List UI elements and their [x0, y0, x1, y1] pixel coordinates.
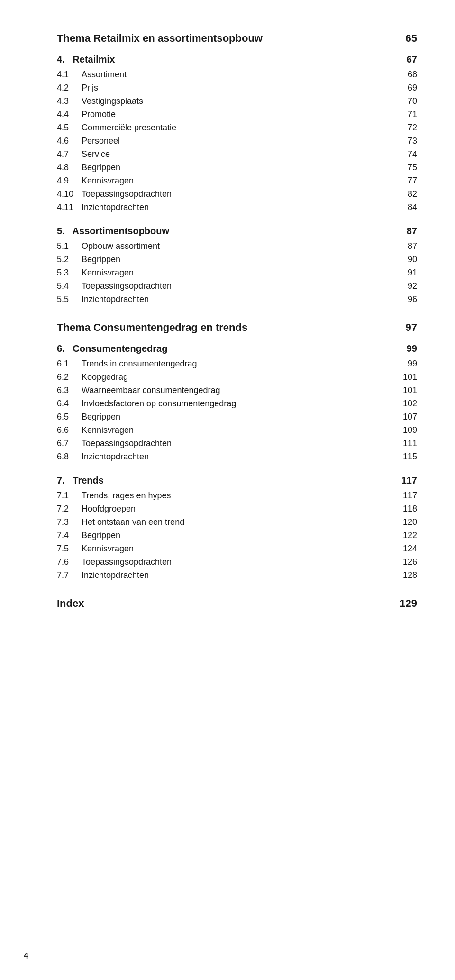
- entry-6-1-text: Trends in consumentengedrag: [82, 359, 197, 369]
- entry-4-1-text: Assortiment: [82, 70, 127, 80]
- entry-6-6-page: 109: [393, 425, 417, 435]
- entry-7-3: 7.3 Het ontstaan van een trend 120: [57, 517, 417, 527]
- section-header-consumentengedrag-page: 97: [393, 321, 417, 334]
- entry-6-7-page: 111: [393, 439, 417, 449]
- entry-7-6: 7.6 Toepassingsopdrachten 126: [57, 557, 417, 567]
- entry-4-8-number: 4.8: [57, 163, 74, 173]
- entry-4-11: 4.11 Inzichtopdrachten 84: [57, 202, 417, 212]
- entry-6-4-page: 102: [393, 399, 417, 409]
- entry-4-3-text: Vestigingsplaats: [82, 96, 143, 106]
- entry-6-1-number: 6.1: [57, 359, 74, 369]
- entry-6-8-page: 115: [393, 452, 417, 462]
- entry-7-5: 7.5 Kennisvragen 124: [57, 544, 417, 554]
- entry-6-5: 6.5 Begrippen 107: [57, 412, 417, 422]
- entry-6-6-number: 6.6: [57, 425, 74, 435]
- chapter-7-title: 7. Trends: [57, 475, 104, 486]
- entry-4-9-number: 4.9: [57, 176, 74, 186]
- entry-5-1-number: 5.1: [57, 241, 74, 251]
- entry-5-4-page: 92: [393, 281, 417, 291]
- entry-7-6-page: 126: [393, 557, 417, 567]
- entry-7-7-number: 7.7: [57, 570, 74, 580]
- entry-4-5-number: 4.5: [57, 123, 74, 133]
- entry-4-11-number: 4.11: [57, 202, 74, 212]
- entry-5-4-text: Toepassingsopdrachten: [82, 281, 172, 291]
- section-header-retailmix-title: Thema Retailmix en assortimentsopbouw: [57, 32, 263, 45]
- section-header-retailmix: Thema Retailmix en assortimentsopbouw 65: [57, 32, 417, 45]
- entry-6-6: 6.6 Kennisvragen 109: [57, 425, 417, 435]
- entry-5-5-number: 5.5: [57, 294, 74, 304]
- entry-7-5-number: 7.5: [57, 544, 74, 554]
- entry-7-1-page: 117: [393, 491, 417, 501]
- entry-7-1: 7.1 Trends, rages en hypes 117: [57, 491, 417, 501]
- entry-7-6-text: Toepassingsopdrachten: [82, 557, 172, 567]
- entry-4-11-page: 84: [393, 202, 417, 212]
- index-header: Index 129: [57, 597, 417, 610]
- chapter-7-page: 117: [393, 475, 417, 486]
- entry-4-11-text: Inzichtopdrachten: [82, 202, 149, 212]
- entry-5-1-page: 87: [393, 241, 417, 251]
- entry-6-4-number: 6.4: [57, 399, 74, 409]
- entry-5-2: 5.2 Begrippen 90: [57, 255, 417, 265]
- entry-6-1-page: 99: [393, 359, 417, 369]
- chapter-5-header: 5. Assortimentsopbouw 87: [57, 226, 417, 237]
- entry-4-7-number: 4.7: [57, 149, 74, 159]
- chapter-6-page: 99: [393, 343, 417, 354]
- entry-4-2-text: Prijs: [82, 83, 98, 93]
- entry-5-5: 5.5 Inzichtopdrachten 96: [57, 294, 417, 304]
- entry-7-4-number: 7.4: [57, 531, 74, 540]
- entry-6-3-page: 101: [393, 385, 417, 395]
- entry-6-3-number: 6.3: [57, 385, 74, 395]
- entry-4-6-text: Personeel: [82, 136, 120, 146]
- entry-4-6: 4.6 Personeel 73: [57, 136, 417, 146]
- entry-6-4-text: Invloedsfactoren op consumentengedrag: [82, 399, 236, 409]
- entry-4-3-page: 70: [393, 96, 417, 106]
- entry-7-1-text: Trends, rages en hypes: [82, 491, 171, 501]
- entry-6-8: 6.8 Inzichtopdrachten 115: [57, 452, 417, 462]
- entry-4-9-page: 77: [393, 176, 417, 186]
- entry-4-2-page: 69: [393, 83, 417, 93]
- entry-7-7-text: Inzichtopdrachten: [82, 570, 149, 580]
- entry-4-5-page: 72: [393, 123, 417, 133]
- entry-6-5-text: Begrippen: [82, 412, 120, 422]
- entry-5-3-page: 91: [393, 268, 417, 278]
- section-header-consumentengedrag: Thema Consumentengedrag en trends 97: [57, 321, 417, 334]
- entry-6-8-text: Inzichtopdrachten: [82, 452, 149, 462]
- entry-4-4-number: 4.4: [57, 110, 74, 119]
- entry-5-5-text: Inzichtopdrachten: [82, 294, 149, 304]
- chapter-4-page: 67: [393, 54, 417, 65]
- entry-5-4-number: 5.4: [57, 281, 74, 291]
- entry-6-2-number: 6.2: [57, 372, 74, 382]
- entry-5-2-text: Begrippen: [82, 255, 120, 265]
- entry-4-7-text: Service: [82, 149, 110, 159]
- entry-4-8-page: 75: [393, 163, 417, 173]
- entry-4-4-page: 71: [393, 110, 417, 119]
- entry-6-5-page: 107: [393, 412, 417, 422]
- entry-4-2: 4.2 Prijs 69: [57, 83, 417, 93]
- entry-6-7-text: Toepassingsopdrachten: [82, 439, 172, 449]
- entry-4-3-number: 4.3: [57, 96, 74, 106]
- entry-4-5: 4.5 Commerciële presentatie 72: [57, 123, 417, 133]
- entry-4-8: 4.8 Begrippen 75: [57, 163, 417, 173]
- entry-5-5-page: 96: [393, 294, 417, 304]
- entry-4-7-page: 74: [393, 149, 417, 159]
- chapter-5-title: 5. Assortimentsopbouw: [57, 226, 169, 237]
- entry-5-3-number: 5.3: [57, 268, 74, 278]
- entry-4-10-page: 82: [393, 189, 417, 199]
- chapter-7-header: 7. Trends 117: [57, 475, 417, 486]
- entry-7-3-page: 120: [393, 517, 417, 527]
- entry-7-2-number: 7.2: [57, 504, 74, 514]
- entry-7-7: 7.7 Inzichtopdrachten 128: [57, 570, 417, 580]
- entry-5-1-text: Opbouw assortiment: [82, 241, 160, 251]
- chapter-4-title: 4. Retailmix: [57, 54, 115, 65]
- entry-5-1: 5.1 Opbouw assortiment 87: [57, 241, 417, 251]
- entry-4-9-text: Kennisvragen: [82, 176, 134, 186]
- entry-6-1: 6.1 Trends in consumentengedrag 99: [57, 359, 417, 369]
- entry-4-1: 4.1 Assortiment 68: [57, 70, 417, 80]
- chapter-4-header: 4. Retailmix 67: [57, 54, 417, 65]
- entry-5-2-number: 5.2: [57, 255, 74, 265]
- entry-4-6-number: 4.6: [57, 136, 74, 146]
- entry-4-10-number: 4.10: [57, 189, 74, 199]
- entry-6-7: 6.7 Toepassingsopdrachten 111: [57, 439, 417, 449]
- entry-5-4: 5.4 Toepassingsopdrachten 92: [57, 281, 417, 291]
- entry-4-5-text: Commerciële presentatie: [82, 123, 176, 133]
